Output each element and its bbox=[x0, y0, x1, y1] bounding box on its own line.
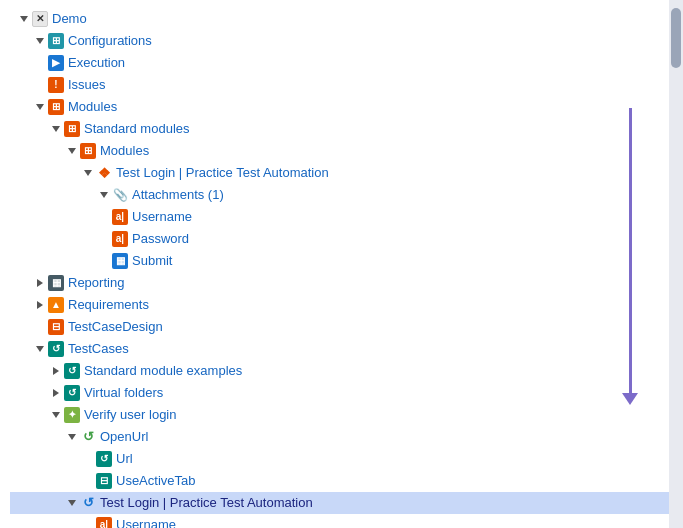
tree-item-testcases[interactable]: ↺TestCases bbox=[10, 338, 669, 360]
toggle-demo[interactable] bbox=[18, 13, 30, 25]
label-standard-modules: Standard modules bbox=[84, 120, 190, 138]
toggle-verify-user-login[interactable] bbox=[50, 409, 62, 421]
icon-modules2: ⊞ bbox=[80, 143, 96, 159]
tree-item-test-login-1[interactable]: ❖Test Login | Practice Test Automation bbox=[10, 162, 669, 184]
icon-issues: ! bbox=[48, 77, 64, 93]
label-verify-user-login: Verify user login bbox=[84, 406, 177, 424]
icon-testcases: ↺ bbox=[48, 341, 64, 357]
label-configurations: Configurations bbox=[68, 32, 152, 50]
scrollbar-thumb[interactable] bbox=[671, 8, 681, 68]
icon-username-1: a| bbox=[112, 209, 128, 225]
tree-item-submit-1[interactable]: ▦Submit bbox=[10, 250, 669, 272]
tree-item-execution[interactable]: ▶Execution bbox=[10, 52, 669, 74]
icon-configurations: ⊞ bbox=[48, 33, 64, 49]
tree-item-username-2[interactable]: a|Username bbox=[10, 514, 669, 528]
icon-reporting: ▦ bbox=[48, 275, 64, 291]
tree-item-verify-user-login[interactable]: ✦Verify user login bbox=[10, 404, 669, 426]
tree-item-testcase-design[interactable]: ⊟TestCaseDesign bbox=[10, 316, 669, 338]
tree-item-configurations[interactable]: ⊞Configurations bbox=[10, 30, 669, 52]
svg-marker-8 bbox=[37, 301, 43, 309]
icon-test-login-1: ❖ bbox=[96, 165, 112, 181]
toggle-test-login-2[interactable] bbox=[66, 497, 78, 509]
label-virtual-folders: Virtual folders bbox=[84, 384, 163, 402]
icon-use-active-tab: ⊟ bbox=[96, 473, 112, 489]
label-attachments: Attachments (1) bbox=[132, 186, 224, 204]
scrollbar[interactable] bbox=[669, 0, 683, 528]
tree-item-modules[interactable]: ⊞Modules bbox=[10, 96, 669, 118]
label-demo: Demo bbox=[52, 10, 87, 28]
toggle-openurl[interactable] bbox=[66, 431, 78, 443]
tree-item-openurl[interactable]: ↺OpenUrl bbox=[10, 426, 669, 448]
label-test-login-2: Test Login | Practice Test Automation bbox=[100, 494, 313, 512]
label-testcase-design: TestCaseDesign bbox=[68, 318, 163, 336]
label-execution: Execution bbox=[68, 54, 125, 72]
svg-marker-1 bbox=[36, 38, 44, 44]
toggle-virtual-folders[interactable] bbox=[50, 387, 62, 399]
toggle-requirements[interactable] bbox=[34, 299, 46, 311]
toggle-attachments[interactable] bbox=[98, 189, 110, 201]
toggle-standard-examples[interactable] bbox=[50, 365, 62, 377]
toggle-modules[interactable] bbox=[34, 101, 46, 113]
tree-item-username-1[interactable]: a|Username bbox=[10, 206, 669, 228]
label-openurl: OpenUrl bbox=[100, 428, 148, 446]
icon-verify-user-login: ✦ bbox=[64, 407, 80, 423]
label-reporting: Reporting bbox=[68, 274, 124, 292]
tree-item-virtual-folders[interactable]: ↺Virtual folders bbox=[10, 382, 669, 404]
icon-openurl: ↺ bbox=[80, 429, 96, 445]
icon-url: ↺ bbox=[96, 451, 112, 467]
svg-marker-4 bbox=[68, 148, 76, 154]
tree-item-use-active-tab[interactable]: ⊟UseActiveTab bbox=[10, 470, 669, 492]
tree-item-attachments[interactable]: 📎Attachments (1) bbox=[10, 184, 669, 206]
label-modules2: Modules bbox=[100, 142, 149, 160]
icon-standard-examples: ↺ bbox=[64, 363, 80, 379]
label-username-1: Username bbox=[132, 208, 192, 226]
label-testcases: TestCases bbox=[68, 340, 129, 358]
icon-virtual-folders: ↺ bbox=[64, 385, 80, 401]
icon-modules: ⊞ bbox=[48, 99, 64, 115]
icon-submit-1: ▦ bbox=[112, 253, 128, 269]
label-modules: Modules bbox=[68, 98, 117, 116]
label-password-1: Password bbox=[132, 230, 189, 248]
label-issues: Issues bbox=[68, 76, 106, 94]
tree-item-modules2[interactable]: ⊞Modules bbox=[10, 140, 669, 162]
icon-demo: ✕ bbox=[32, 11, 48, 27]
label-standard-examples: Standard module examples bbox=[84, 362, 242, 380]
tree-container[interactable]: ✕Demo⊞Configurations▶Execution!Issues⊞Mo… bbox=[0, 0, 669, 528]
tree-item-standard-examples[interactable]: ↺Standard module examples bbox=[10, 360, 669, 382]
label-requirements: Requirements bbox=[68, 296, 149, 314]
toggle-testcases[interactable] bbox=[34, 343, 46, 355]
svg-marker-3 bbox=[52, 126, 60, 132]
svg-marker-10 bbox=[53, 367, 59, 375]
toggle-test-login-1[interactable] bbox=[82, 167, 94, 179]
toggle-standard-modules[interactable] bbox=[50, 123, 62, 135]
svg-marker-13 bbox=[68, 434, 76, 440]
tree-item-url[interactable]: ↺Url bbox=[10, 448, 669, 470]
label-submit-1: Submit bbox=[132, 252, 172, 270]
tree-item-standard-modules[interactable]: ⊞Standard modules bbox=[10, 118, 669, 140]
svg-marker-0 bbox=[20, 16, 28, 22]
tree-item-test-login-2[interactable]: ↺Test Login | Practice Test Automation bbox=[10, 492, 669, 514]
icon-requirements: ▲ bbox=[48, 297, 64, 313]
svg-marker-12 bbox=[52, 412, 60, 418]
toggle-reporting[interactable] bbox=[34, 277, 46, 289]
toggle-configurations[interactable] bbox=[34, 35, 46, 47]
tree-item-issues[interactable]: !Issues bbox=[10, 74, 669, 96]
svg-marker-7 bbox=[37, 279, 43, 287]
svg-marker-5 bbox=[84, 170, 92, 176]
toggle-modules2[interactable] bbox=[66, 145, 78, 157]
icon-testcase-design: ⊟ bbox=[48, 319, 64, 335]
tree-item-demo[interactable]: ✕Demo bbox=[10, 8, 669, 30]
tree-item-requirements[interactable]: ▲Requirements bbox=[10, 294, 669, 316]
icon-execution: ▶ bbox=[48, 55, 64, 71]
tree-item-password-1[interactable]: a|Password bbox=[10, 228, 669, 250]
icon-standard-modules: ⊞ bbox=[64, 121, 80, 137]
icon-username-2: a| bbox=[96, 517, 112, 528]
icon-test-login-2: ↺ bbox=[80, 495, 96, 511]
label-use-active-tab: UseActiveTab bbox=[116, 472, 195, 490]
svg-marker-6 bbox=[100, 192, 108, 198]
svg-marker-11 bbox=[53, 389, 59, 397]
label-username-2: Username bbox=[116, 516, 176, 528]
tree-item-reporting[interactable]: ▦Reporting bbox=[10, 272, 669, 294]
label-url: Url bbox=[116, 450, 133, 468]
svg-marker-9 bbox=[36, 346, 44, 352]
